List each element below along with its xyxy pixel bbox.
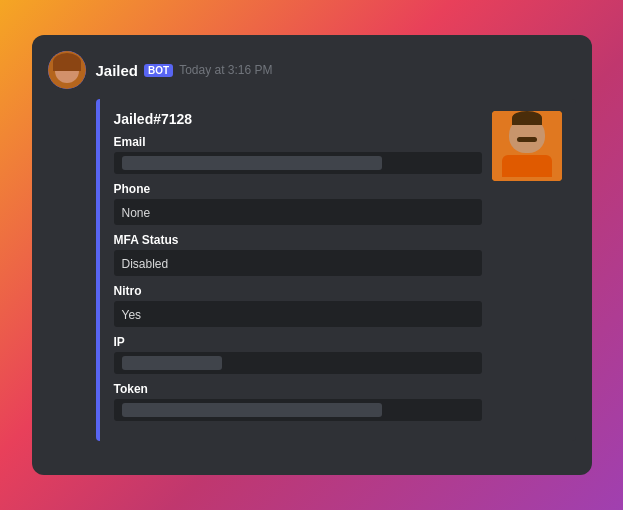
mugshot-head: [509, 117, 545, 153]
mugshot: [492, 111, 562, 181]
embed-grid: Jailed#7128 Email Phone None: [114, 111, 562, 429]
field-value-token: [114, 399, 482, 421]
embed-content: Jailed#7128 Email Phone None: [114, 111, 492, 429]
field-name-mfa: MFA Status: [114, 233, 482, 247]
bot-badge: BOT: [144, 64, 173, 77]
embed-thumbnail: [492, 111, 562, 181]
timestamp: Today at 3:16 PM: [179, 63, 272, 77]
field-nitro: Nitro Yes: [114, 284, 482, 327]
field-token: Token: [114, 382, 482, 421]
field-value-mfa: Disabled: [114, 250, 482, 276]
field-mfa: MFA Status Disabled: [114, 233, 482, 276]
header-info: Jailed BOT Today at 3:16 PM: [96, 62, 273, 79]
field-name-ip: IP: [114, 335, 482, 349]
field-name-nitro: Nitro: [114, 284, 482, 298]
mfa-value: Disabled: [122, 257, 169, 271]
redacted-ip: [122, 356, 222, 370]
field-value-nitro: Yes: [114, 301, 482, 327]
discord-card: Jailed BOT Today at 3:16 PM Jailed#7128 …: [32, 35, 592, 475]
redacted-email: [122, 156, 382, 170]
phone-value: None: [122, 206, 151, 220]
field-phone: Phone None: [114, 182, 482, 225]
message-header: Jailed BOT Today at 3:16 PM: [48, 51, 576, 89]
field-value-email: [114, 152, 482, 174]
redacted-token: [122, 403, 382, 417]
embed-title: Jailed#7128: [114, 111, 482, 127]
field-value-phone: None: [114, 199, 482, 225]
message-area: Jailed BOT Today at 3:16 PM Jailed#7128 …: [32, 35, 592, 475]
embed-container: Jailed#7128 Email Phone None: [96, 99, 576, 441]
field-name-email: Email: [114, 135, 482, 149]
field-name-token: Token: [114, 382, 482, 396]
username: Jailed: [96, 62, 139, 79]
field-value-ip: [114, 352, 482, 374]
avatar: [48, 51, 86, 89]
field-email: Email: [114, 135, 482, 174]
field-ip: IP: [114, 335, 482, 374]
nitro-value: Yes: [122, 308, 142, 322]
mugshot-body: [502, 155, 552, 177]
field-name-phone: Phone: [114, 182, 482, 196]
